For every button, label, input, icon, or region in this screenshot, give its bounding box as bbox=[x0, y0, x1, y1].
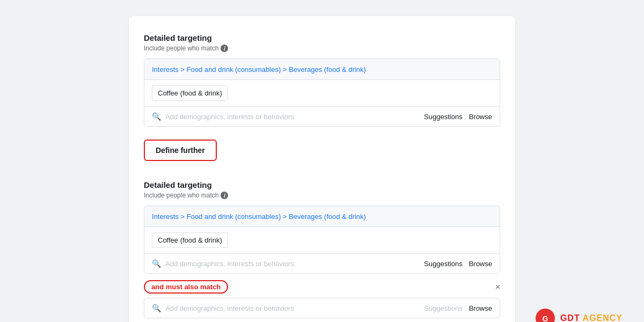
suggestions-btn-1[interactable]: Suggestions bbox=[424, 113, 463, 121]
section2: Detailed targeting Include people who ma… bbox=[144, 180, 500, 318]
section1: Detailed targeting Include people who ma… bbox=[144, 33, 500, 172]
bottom-search-input-area[interactable]: 🔍 Add demographics, interests or behavio… bbox=[152, 304, 420, 312]
and-must-match-label: and must also match bbox=[144, 280, 228, 294]
bottom-browse-btn[interactable]: Browse bbox=[469, 304, 492, 312]
search-placeholder-1: Add demographics, interests or behaviors bbox=[165, 113, 294, 121]
browse-btn-1[interactable]: Browse bbox=[469, 113, 492, 121]
info-icon-2[interactable]: i bbox=[221, 192, 228, 199]
main-content: Detailed targeting Include people who ma… bbox=[129, 16, 515, 322]
targeting-box-2: Interests > Food and drink (consumables)… bbox=[144, 206, 500, 274]
search-placeholder-2: Add demographics, interests or behaviors bbox=[165, 260, 294, 268]
close-and-must-match-button[interactable]: × bbox=[495, 282, 500, 292]
svg-text:G: G bbox=[542, 314, 548, 322]
breadcrumb-2: Interests > Food and drink (consumables)… bbox=[152, 213, 366, 221]
search-actions-2: Suggestions Browse bbox=[424, 260, 492, 268]
section2-subtitle: Include people who match i bbox=[144, 192, 500, 199]
targeting-box-1: Interests > Food and drink (consumables)… bbox=[144, 58, 500, 127]
browse-btn-2[interactable]: Browse bbox=[469, 260, 492, 268]
search-icon-3: 🔍 bbox=[152, 304, 161, 312]
and-must-match-row: and must also match × bbox=[144, 280, 500, 294]
page-wrapper: Detailed targeting Include people who ma… bbox=[11, 11, 633, 322]
search-row-2: 🔍 Add demographics, interests or behavio… bbox=[144, 253, 500, 273]
bottom-suggestions-btn[interactable]: Suggestions bbox=[424, 304, 463, 312]
tag-1[interactable]: Coffee (food & drink) bbox=[152, 85, 228, 101]
section2-title: Detailed targeting bbox=[144, 180, 500, 189]
bottom-search-placeholder: Add demographics, interests or behaviors bbox=[165, 304, 294, 312]
breadcrumb-row-1: Interests > Food and drink (consumables)… bbox=[144, 59, 500, 80]
define-further-button[interactable]: Define further bbox=[144, 140, 217, 161]
tag-row-2: Coffee (food & drink) bbox=[144, 227, 500, 253]
bottom-search-row: 🔍 Add demographics, interests or behavio… bbox=[144, 298, 500, 318]
search-actions-1: Suggestions Browse bbox=[424, 113, 492, 121]
section1-title: Detailed targeting bbox=[144, 33, 500, 42]
search-icon-2: 🔍 bbox=[152, 259, 161, 268]
search-input-area-1[interactable]: 🔍 Add demographics, interests or behavio… bbox=[152, 112, 420, 121]
watermark: G GDT AGENCY bbox=[535, 308, 623, 322]
bottom-search-actions: Suggestions Browse bbox=[424, 304, 492, 312]
tag-row-1: Coffee (food & drink) bbox=[144, 80, 500, 106]
gdt-logo: G bbox=[535, 308, 556, 322]
breadcrumb-1: Interests > Food and drink (consumables)… bbox=[152, 65, 366, 74]
watermark-text: GDT AGENCY bbox=[560, 313, 623, 322]
suggestions-btn-2[interactable]: Suggestions bbox=[424, 260, 463, 268]
search-row-1: 🔍 Add demographics, interests or behavio… bbox=[144, 106, 500, 126]
breadcrumb-row-2: Interests > Food and drink (consumables)… bbox=[144, 206, 500, 227]
info-icon-1[interactable]: i bbox=[221, 45, 228, 52]
search-input-area-2[interactable]: 🔍 Add demographics, interests or behavio… bbox=[152, 259, 420, 268]
tag-2[interactable]: Coffee (food & drink) bbox=[152, 232, 228, 248]
search-icon-1: 🔍 bbox=[152, 112, 161, 121]
section1-subtitle: Include people who match i bbox=[144, 45, 500, 52]
